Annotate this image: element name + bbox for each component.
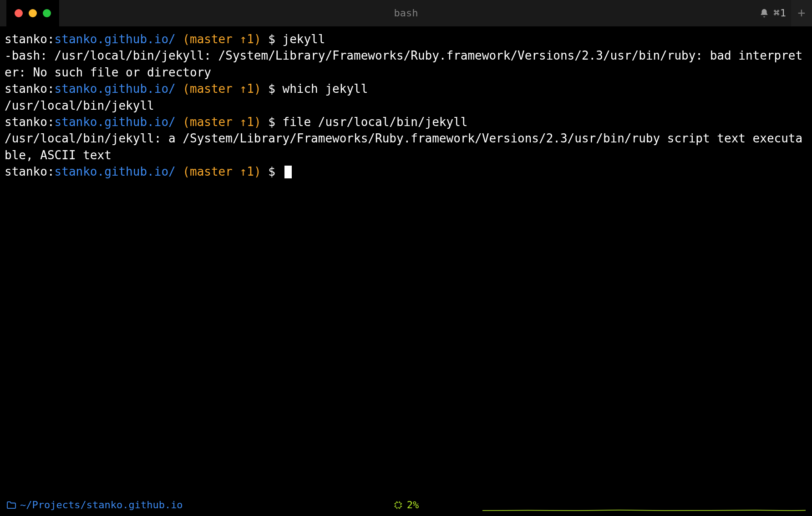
command-text: which jekyll [283, 82, 368, 96]
prompt-git: (master ↑1) [183, 82, 261, 96]
prompt-line: stanko:stanko.github.io/ (master ↑1) $ w… [5, 81, 807, 97]
prompt-dir: stanko.github.io/ [55, 82, 176, 96]
fullscreen-window-button[interactable] [43, 9, 51, 17]
output-line: -bash: /usr/local/bin/jekyll: /System/Li… [5, 47, 807, 81]
prompt-git: (master ↑1) [183, 165, 261, 178]
terminal-body[interactable]: stanko:stanko.github.io/ (master ↑1) $ j… [0, 26, 812, 180]
prompt-user: stanko [5, 115, 47, 129]
prompt-line: stanko:stanko.github.io/ (master ↑1) $ j… [5, 31, 807, 47]
cpu-graph [482, 509, 806, 511]
prompt-user: stanko [5, 32, 47, 46]
prompt-user: stanko [5, 82, 47, 96]
prompt-git: (master ↑1) [183, 115, 261, 129]
cursor [284, 166, 292, 178]
chip-icon [393, 500, 403, 510]
active-tab[interactable] [6, 0, 59, 26]
prompt-dir: stanko.github.io/ [55, 165, 176, 178]
prompt-symbol: $ [268, 115, 275, 129]
command-text: file /usr/local/bin/jekyll [283, 115, 468, 129]
prompt-symbol: $ [268, 165, 275, 178]
bell-icon[interactable] [759, 8, 769, 18]
output-line: /usr/local/bin/jekyll [5, 97, 807, 114]
tab-shortcut-label: ⌘1 [774, 6, 787, 20]
titlebar: bash ⌘1 + [0, 0, 812, 26]
output-line: /usr/local/bin/jekyll: a /System/Library… [5, 130, 807, 163]
folder-icon [6, 501, 16, 509]
prompt-line: stanko:stanko.github.io/ (master ↑1) $ [5, 163, 807, 180]
prompt-user: stanko [5, 165, 47, 178]
status-cpu: 2% [393, 498, 419, 512]
command-text: jekyll [283, 32, 325, 46]
status-path: ~/Projects/stanko.github.io [6, 498, 183, 512]
status-path-text: ~/Projects/stanko.github.io [20, 498, 183, 512]
close-window-button[interactable] [15, 9, 23, 17]
status-cpu-text: 2% [407, 498, 419, 512]
prompt-git: (master ↑1) [183, 32, 261, 46]
prompt-symbol: $ [268, 32, 275, 46]
window-title: bash [394, 6, 418, 20]
traffic-lights [15, 9, 51, 17]
prompt-symbol: $ [268, 82, 275, 96]
statusbar: ~/Projects/stanko.github.io 2% [0, 494, 812, 516]
new-tab-button[interactable]: + [791, 0, 812, 26]
prompt-dir: stanko.github.io/ [55, 32, 176, 46]
prompt-line: stanko:stanko.github.io/ (master ↑1) $ f… [5, 114, 807, 130]
prompt-dir: stanko.github.io/ [55, 115, 176, 129]
svg-rect-0 [396, 502, 401, 507]
minimize-window-button[interactable] [29, 9, 37, 17]
